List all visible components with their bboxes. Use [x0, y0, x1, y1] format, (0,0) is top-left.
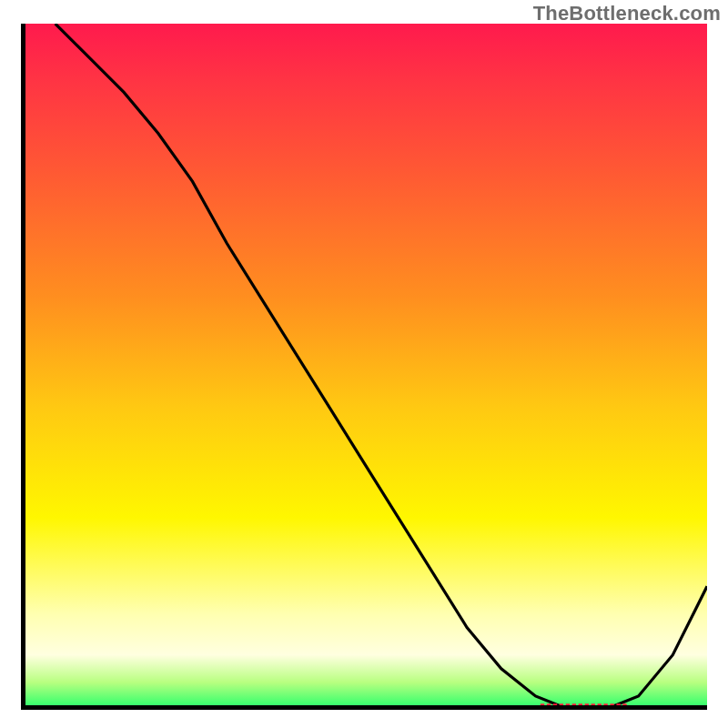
data-line [56, 24, 707, 710]
svg-rect-3 [560, 703, 563, 707]
svg-rect-7 [585, 703, 589, 707]
svg-rect-12 [616, 703, 620, 707]
svg-rect-1 [547, 703, 551, 707]
plot-inner [21, 24, 707, 710]
svg-rect-13 [622, 703, 626, 707]
chart-svg [21, 24, 707, 710]
svg-rect-6 [579, 703, 582, 707]
attribution-label: TheBottleneck.com [533, 2, 721, 25]
optimal-marker [541, 703, 627, 707]
chart-container: TheBottleneck.com [0, 0, 728, 728]
svg-rect-0 [541, 703, 544, 707]
svg-rect-8 [592, 703, 595, 707]
svg-rect-11 [610, 703, 613, 707]
svg-rect-9 [598, 703, 602, 707]
plot-area [21, 24, 707, 710]
svg-rect-10 [603, 703, 607, 707]
svg-rect-2 [553, 703, 557, 707]
svg-rect-4 [566, 703, 570, 707]
svg-rect-5 [572, 703, 576, 707]
